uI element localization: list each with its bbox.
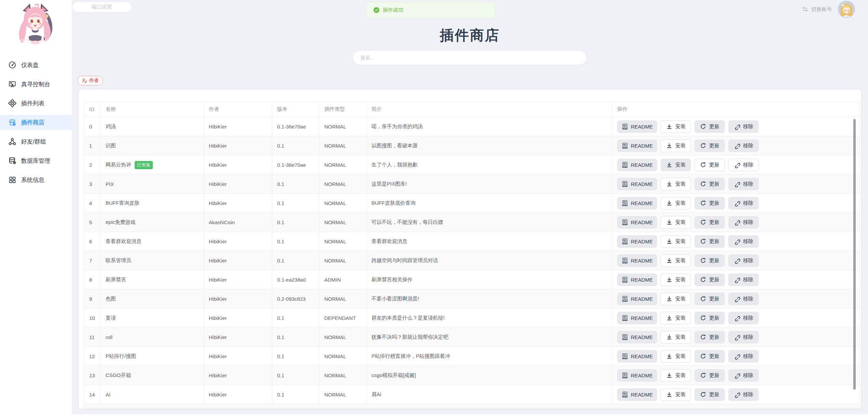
install-button[interactable]: 安装 <box>661 273 691 286</box>
readme-button[interactable]: README README <box>617 159 657 171</box>
refresh-icon <box>700 219 706 226</box>
svg-text:README: README <box>623 319 627 321</box>
readme-button[interactable]: README README <box>617 254 657 267</box>
install-button[interactable]: 安装 <box>661 350 691 363</box>
install-button[interactable]: 安装 <box>661 293 691 305</box>
update-button[interactable]: 更新 <box>694 120 725 133</box>
install-button[interactable]: 安装 <box>661 388 691 401</box>
readme-doc-icon: README <box>622 143 628 149</box>
remove-button[interactable]: 移除 <box>728 388 759 401</box>
sidebar-item-console[interactable]: 真寻控制台 <box>0 77 72 92</box>
update-button[interactable]: 更新 <box>694 235 725 248</box>
readme-button[interactable]: README README <box>617 139 657 152</box>
readme-doc-icon: README <box>622 200 628 206</box>
remove-button[interactable]: 移除 <box>728 159 759 171</box>
update-button[interactable]: 更新 <box>694 197 725 210</box>
svg-text:README: README <box>623 358 627 359</box>
cell-id: 14 <box>84 385 101 404</box>
update-button[interactable]: 更新 <box>694 388 725 401</box>
remove-button[interactable]: 移除 <box>728 331 759 344</box>
table-scrollbar-thumb[interactable] <box>853 119 856 390</box>
remove-button[interactable]: 移除 <box>728 293 759 305</box>
update-button[interactable]: 更新 <box>694 216 725 229</box>
install-label: 安装 <box>675 238 686 245</box>
update-button[interactable]: 更新 <box>694 139 725 152</box>
sidebar-item-friends-groups[interactable]: 好友/群组 <box>0 134 72 149</box>
remove-button[interactable]: 移除 <box>728 139 759 152</box>
remove-button[interactable]: 移除 <box>728 216 759 229</box>
update-button[interactable]: 更新 <box>694 293 725 305</box>
readme-button[interactable]: README README <box>617 216 657 229</box>
download-icon <box>666 257 673 264</box>
readme-button[interactable]: README README <box>617 178 657 190</box>
readme-button[interactable]: README README <box>617 369 657 382</box>
sidebar-item-dashboard[interactable]: 仪表盘 <box>0 57 72 72</box>
remove-button[interactable]: 移除 <box>728 350 759 363</box>
install-button[interactable]: 安装 <box>661 369 691 382</box>
sidebar-item-label: 插件列表 <box>21 99 44 107</box>
install-button[interactable]: 安装 <box>661 120 691 133</box>
install-button[interactable]: 安装 <box>661 216 691 229</box>
port-settings-button[interactable]: 端口设置 <box>72 1 132 13</box>
remove-button[interactable]: 移除 <box>728 178 759 190</box>
table-row: 11 roll HibiKier 0.1 NORMAL 犹豫不决吗？那就让我帮你… <box>84 328 860 347</box>
readme-button[interactable]: README README <box>617 120 657 133</box>
readme-button[interactable]: README README <box>617 312 657 324</box>
plugin-name: 联系管理员 <box>106 257 131 264</box>
update-button[interactable]: 更新 <box>694 254 725 267</box>
plugin-name: BUFF查询皮肤 <box>106 200 139 206</box>
update-button[interactable]: 更新 <box>694 369 725 382</box>
sidebar-item-database[interactable]: 数据库管理 <box>0 153 72 168</box>
search-input[interactable] <box>353 51 586 65</box>
switch-account-button[interactable]: 切换账号 <box>802 4 832 14</box>
plugin-name: 色图 <box>106 296 116 302</box>
install-button[interactable]: 安装 <box>661 331 691 344</box>
readme-button[interactable]: README README <box>617 197 657 210</box>
install-label: 安装 <box>675 353 686 360</box>
install-button[interactable]: 安装 <box>661 197 691 210</box>
install-button[interactable]: 安装 <box>661 159 691 171</box>
remove-button[interactable]: 移除 <box>728 254 759 267</box>
remove-button[interactable]: 移除 <box>728 197 759 210</box>
cell-type: NORMAL <box>320 232 367 251</box>
readme-button[interactable]: README README <box>617 273 657 286</box>
remove-button[interactable]: 移除 <box>728 369 759 382</box>
user-avatar[interactable] <box>838 1 855 18</box>
readme-doc-icon: README <box>622 162 628 168</box>
install-button[interactable]: 安装 <box>661 178 691 190</box>
remove-label: 移除 <box>743 353 753 360</box>
partial-row <box>84 404 860 408</box>
update-button[interactable]: 更新 <box>694 273 725 286</box>
install-button[interactable]: 安装 <box>661 254 691 267</box>
remove-button[interactable]: 移除 <box>728 120 759 133</box>
update-button[interactable]: 更新 <box>694 159 725 171</box>
install-button[interactable]: 安装 <box>661 312 691 324</box>
readme-button[interactable]: README README <box>617 293 657 305</box>
update-button[interactable]: 更新 <box>694 178 725 190</box>
sidebar-item-plugin-list[interactable]: 插件列表 <box>0 96 72 111</box>
sidebar-item-plugin-store[interactable]: 插件商店 <box>0 115 72 130</box>
readme-button[interactable]: README README <box>617 331 657 344</box>
readme-button[interactable]: README README <box>617 350 657 363</box>
update-button[interactable]: 更新 <box>694 312 725 324</box>
table-row: 9 色图 HibiKier 0.2-093c823 NORMAL 不要小看涩图啊… <box>84 290 860 309</box>
cell-author: HibiKier <box>204 251 272 270</box>
author-filter-tag[interactable]: 作者 <box>77 76 103 85</box>
install-button[interactable]: 安装 <box>661 235 691 248</box>
update-button[interactable]: 更新 <box>694 331 725 344</box>
remove-button[interactable]: 移除 <box>728 235 759 248</box>
cell-id: 12 <box>84 347 101 366</box>
sidebar-item-system-info[interactable]: 系统信息 <box>0 172 72 187</box>
remove-button[interactable]: 移除 <box>728 273 759 286</box>
readme-label: README <box>631 143 653 149</box>
cell-version: 0.1 <box>272 136 320 156</box>
install-button[interactable]: 安装 <box>661 139 691 152</box>
refresh-icon <box>700 315 706 321</box>
update-button[interactable]: 更新 <box>694 350 725 363</box>
readme-button[interactable]: README README <box>617 388 657 401</box>
table-row: 13 CSGO开箱 HibiKier 0.1 NORMAL csgo模拟开箱[戒… <box>84 366 860 385</box>
readme-button[interactable]: README README <box>617 235 657 248</box>
remove-label: 移除 <box>743 143 753 149</box>
remove-button[interactable]: 移除 <box>728 312 759 324</box>
readme-doc-icon: README <box>622 391 628 398</box>
